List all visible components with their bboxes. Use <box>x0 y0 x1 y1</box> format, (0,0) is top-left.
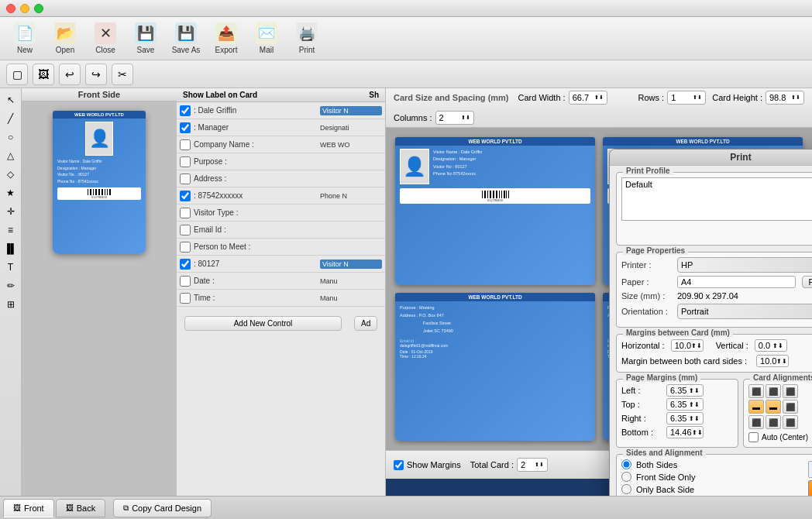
label-row-time: Time : Manu <box>177 290 385 307</box>
image-tool[interactable]: 🖼 <box>33 64 54 85</box>
star-tool[interactable]: ★ <box>2 184 19 201</box>
align-bot-left[interactable]: ⬛ <box>748 415 764 429</box>
page-margins-section: Page Margins (mm) Left : 6.35 ⬆⬇ Top : <box>616 379 738 448</box>
back-tab[interactable]: 🖼 Back <box>56 499 105 517</box>
right-margin-input[interactable]: 6.35 ⬆⬇ <box>666 412 704 424</box>
label-check-email[interactable] <box>180 225 191 235</box>
margins-between-section: Margins between Card (mm) Horizontal : 1… <box>616 334 812 373</box>
paper-input[interactable]: A4 <box>677 276 796 288</box>
add-button-2[interactable]: Ad <box>354 316 377 331</box>
side-b-1[interactable]: Side B <box>808 480 812 496</box>
print-profile-section: Print Profile Default Add Edit Save <box>616 172 812 246</box>
label-row-visitornum: : 80127 Visitor N <box>177 256 385 273</box>
label-panel: Show Label on Card Sh : Dale Griffin Vis… <box>177 88 386 496</box>
align-mid-right[interactable]: ⬛ <box>783 400 798 414</box>
saveas-button[interactable]: 💾 Save As <box>167 20 205 57</box>
arrow-tool[interactable]: ↖ <box>2 91 19 108</box>
copy-card-design-button[interactable]: ⧉ Copy Card Design <box>113 499 212 517</box>
align-bot-center[interactable]: ⬛ <box>766 415 781 429</box>
printer-select[interactable]: HP ▼ <box>677 257 812 273</box>
label-check-company[interactable] <box>180 139 191 150</box>
show-margins-label[interactable]: Show Margins <box>394 460 461 470</box>
list-tool[interactable]: ≡ <box>2 222 19 239</box>
undo-tool[interactable]: ↩ <box>59 64 81 85</box>
vertical-margin-input[interactable]: 0.0 ⬆⬇ <box>755 339 787 352</box>
label-check-designation[interactable] <box>180 122 191 133</box>
minimize-window-button[interactable] <box>20 4 29 13</box>
align-bot-right[interactable]: ⬛ <box>783 415 798 429</box>
label-check-name[interactable] <box>180 105 191 116</box>
orientation-select[interactable]: Portrait ▼ <box>677 304 812 319</box>
diamond-tool[interactable]: ◇ <box>2 166 19 183</box>
add-new-control-button[interactable]: Add New Control <box>184 316 342 331</box>
bottom-tab-bar: 🖼 Front 🖼 Back ⧉ Copy Card Design <box>0 496 812 519</box>
pen-tool[interactable]: ✏ <box>2 277 19 294</box>
profile-list[interactable]: Default <box>621 177 812 221</box>
export-button[interactable]: 📤 Export <box>208 20 245 57</box>
align-mid-left[interactable]: ▬ <box>748 400 764 414</box>
circle-tool[interactable]: ○ <box>2 129 19 146</box>
label-row-name: : Dale Griffin Visitor N <box>177 102 385 119</box>
horizontal-margin-input[interactable]: 10.0 ⬆⬇ <box>671 339 704 352</box>
line-tool[interactable]: ╱ <box>2 110 19 127</box>
cross-tool[interactable]: ✛ <box>2 203 19 220</box>
grid-tool[interactable]: ⊞ <box>2 296 19 313</box>
save-button[interactable]: 💾 Save <box>127 20 164 57</box>
card-width-input[interactable]: 66.7 ⬆⬇ <box>569 91 607 105</box>
align-top-left[interactable]: ⬛ <box>748 384 764 398</box>
label-check-visitor-type[interactable] <box>180 208 191 218</box>
side-a-1[interactable]: Side A <box>808 461 812 478</box>
preview-card-1-front: WEB WORLD PVT.LTD 👤 Visitor Name : Dale … <box>395 137 595 285</box>
cut-tool[interactable]: ✂ <box>112 64 133 85</box>
text-tool[interactable]: T <box>2 259 19 276</box>
label-check-person[interactable] <box>180 242 191 253</box>
align-mid-center[interactable]: ▬ <box>766 400 781 414</box>
back-only-radio[interactable] <box>621 484 631 494</box>
card-height-input[interactable]: 98.8 ⬆⬇ <box>766 91 804 105</box>
label-check-visitornum[interactable] <box>180 259 191 270</box>
select-tool[interactable]: ▢ <box>6 64 28 85</box>
barcode-tool[interactable]: ▐▌ <box>2 240 19 257</box>
window-bar <box>0 0 812 17</box>
triangle-tool[interactable]: △ <box>2 147 19 164</box>
left-margin-input[interactable]: 6.35 ⬆⬇ <box>666 384 704 397</box>
design-header: Front Side <box>22 88 177 101</box>
maximize-window-button[interactable] <box>34 4 43 13</box>
label-check-phone[interactable] <box>180 191 191 201</box>
total-card-input[interactable]: 2 ⬆⬇ <box>517 458 548 472</box>
label-check-address[interactable] <box>180 174 191 184</box>
redo-tool[interactable]: ↪ <box>85 64 107 85</box>
label-check-time[interactable] <box>180 293 191 304</box>
label-check-date[interactable] <box>180 276 191 287</box>
new-button[interactable]: 📄 New <box>6 20 43 57</box>
align-top-center[interactable]: ⬛ <box>766 384 781 398</box>
sides-section: Sides and Alignment Both Sides Front Sid… <box>616 454 812 496</box>
front-tab[interactable]: 🖼 Front <box>3 499 54 517</box>
rows-input[interactable]: 1 ⬆⬇ <box>667 91 706 105</box>
page-properties-section: Page Properties Printer : HP ▼ Pa <box>616 252 812 328</box>
close-button[interactable]: ✕ Close <box>87 20 124 57</box>
label-check-purpose[interactable] <box>180 156 191 167</box>
auto-center-checkbox[interactable] <box>748 432 759 442</box>
open-button[interactable]: 📂 Open <box>46 20 84 57</box>
label-row-company: Company Name : WEB WO <box>177 136 385 153</box>
label-panel-header: Show Label on Card Sh <box>177 88 385 102</box>
front-only-radio[interactable] <box>621 472 631 482</box>
label-row-email: Email Id : <box>177 222 385 239</box>
margin-both-input[interactable]: 10.0 ⬆⬇ <box>756 355 789 367</box>
label-row-address: Address : <box>177 170 385 187</box>
show-margins-checkbox[interactable] <box>394 460 404 470</box>
page-setup-button[interactable]: Page Setup <box>802 276 813 288</box>
close-window-button[interactable] <box>6 4 15 13</box>
label-row-date: Date : Manu <box>177 273 385 290</box>
main-toolbar: 📄 New 📂 Open ✕ Close 💾 Save 💾 Save As 📤 … <box>0 17 812 60</box>
both-sides-radio[interactable] <box>621 459 631 469</box>
columns-input[interactable]: 2 ⬆⬇ <box>435 111 474 125</box>
preview-card-1-back: WEB WORLD PVT.LTD Purpose : Meeting Addr… <box>395 293 595 441</box>
top-margin-input[interactable]: 6.35 ⬆⬇ <box>666 398 704 411</box>
align-top-right[interactable]: ⬛ <box>783 384 798 398</box>
bottom-margin-input[interactable]: 14.46 ⬆⬇ <box>666 426 704 438</box>
mail-button[interactable]: ✉️ Mail <box>248 20 285 57</box>
print-button[interactable]: 🖨️ Print <box>288 20 325 57</box>
secondary-toolbar: ▢ 🖼 ↩ ↪ ✂ <box>0 60 812 88</box>
